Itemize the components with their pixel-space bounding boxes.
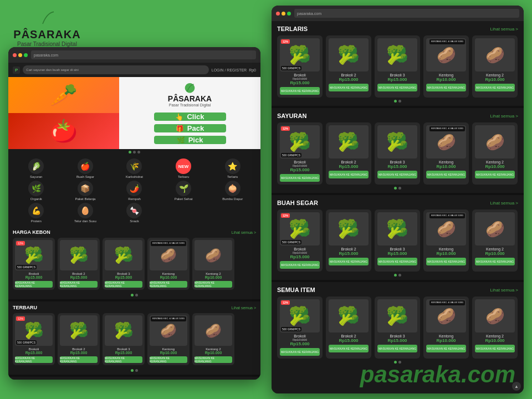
carousel-dot-1[interactable]: [129, 151, 131, 154]
cat-organik[interactable]: 🌿 Organik: [13, 181, 60, 201]
buah-cdot-1[interactable]: [394, 274, 397, 277]
right-url-bar[interactable]: pasaraka.com: [294, 9, 519, 18]
right-terlaris-lihat[interactable]: Lihat semua >: [490, 27, 518, 32]
cat-snack[interactable]: 🍬 Snack: [111, 203, 158, 223]
close-dot[interactable]: [13, 53, 17, 57]
terbaru-cart-4[interactable]: MASUKKAN KE KERANJANG: [150, 356, 187, 363]
sayuran-img1: 🥦 12% 500 GRM/PCS: [280, 125, 320, 158]
add-to-cart-3[interactable]: MASUKKAN KE KERANJANG: [105, 281, 142, 288]
harga-kebon-lihat[interactable]: Lihat semua >: [232, 231, 256, 234]
click-button[interactable]: 👆 Click: [154, 112, 226, 121]
top-logo: PÂSARAKA Pasar Tradisional Digital: [11, 8, 83, 47]
buah-cart-5[interactable]: MASUKKAN KE KERANJANG: [475, 258, 515, 265]
terbaru-dots: [13, 367, 256, 374]
terbaru-dot-2[interactable]: [135, 369, 138, 372]
cat-sayuran-icon: 🥬: [28, 158, 44, 174]
cat-karbo-label: Karbohidrat: [126, 175, 143, 178]
terbaru-lihat[interactable]: Lihat semua >: [232, 306, 256, 310]
semua-name-1: Brokoli: [280, 334, 320, 338]
right-minimize-dot[interactable]: [282, 12, 285, 16]
product-card-brokoli2: 🥦 Brokoli 2 Rp15.000 MASUKKAN KE KERANJA…: [58, 238, 100, 290]
sayuran-img5: 🥔: [475, 125, 515, 158]
cat-paket[interactable]: 📦 Paket Belanja: [62, 181, 109, 201]
maximize-dot[interactable]: [24, 53, 28, 57]
buah-cdot-2[interactable]: [398, 274, 401, 277]
semua-img5: 🥔: [475, 299, 515, 332]
cat-sayuran[interactable]: 🥬 Sayuran: [13, 158, 60, 178]
right-buah-lihat[interactable]: Lihat semua >: [490, 201, 518, 206]
buah-cart-1[interactable]: MASUKKAN KE KERANJANG: [280, 261, 320, 269]
cat-protein-icon: 💪: [28, 203, 44, 218]
terlaris-left-section: TERLARIS Lihat semua > 🥦 12% 500 GRM/PCS…: [8, 377, 260, 380]
rt-cart-3[interactable]: MASUKKAN KE KERANJANG: [377, 84, 417, 91]
add-to-cart-5[interactable]: MASUKKAN KE KERANJANG: [195, 281, 232, 288]
terbaru-cart-5[interactable]: MASUKKAN KE KERANJANG: [195, 356, 232, 363]
product-card-brokoli3: 🥦 Brokoli 3 Rp15.000 MASUKKAN KE KERANJA…: [103, 238, 145, 290]
sayuran-p4: 🥔 KENTANG KEC. & VALUE 500G Kentong Rp10…: [423, 122, 469, 185]
cat-terlaris[interactable]: ⭐ Terlaris: [209, 158, 256, 178]
sayuran-cdot-2[interactable]: [398, 187, 401, 190]
rt-cart-2[interactable]: MASUKKAN KE KERANJANG: [329, 84, 369, 91]
dot-2[interactable]: [135, 294, 138, 296]
sayuran-cart-1[interactable]: MASUKKAN KE KERANJANG: [280, 174, 320, 182]
add-to-cart-2[interactable]: MASUKKAN KE KERANJANG: [60, 281, 98, 288]
rt-price-3: Rp15.000: [377, 77, 417, 82]
right-sayuran-lihat[interactable]: Lihat semua >: [490, 114, 518, 119]
right-close-dot[interactable]: [276, 12, 280, 16]
cat-telur[interactable]: 🥚 Telur dan Susu: [62, 203, 109, 223]
cat-terbaru[interactable]: NEW Terbaru: [160, 158, 207, 178]
cat-bumbu[interactable]: 🧅 Bumbu Dapur: [209, 181, 256, 201]
dot-1[interactable]: [131, 294, 134, 296]
cat-protein[interactable]: 💪 Protein: [13, 203, 60, 223]
sayuran-cart-5[interactable]: MASUKKAN KE KERANJANG: [475, 171, 515, 178]
terlaris-cdot-1[interactable]: [394, 100, 397, 103]
carousel-dot-3[interactable]: [137, 151, 140, 154]
add-to-cart-1[interactable]: MASUKKAN KE KERANJANG: [15, 281, 53, 288]
add-to-cart-4[interactable]: MASUKKAN KE KERANJANG: [150, 281, 187, 288]
buah-cart-2[interactable]: MASUKKAN KE KERANJANG: [329, 258, 369, 265]
semua-cart-3[interactable]: MASUKKAN KE KERANJANG: [377, 345, 417, 352]
cat-karbo[interactable]: 🌾 Karbohidrat: [111, 158, 158, 178]
semua-cart-5[interactable]: MASUKKAN KE KERANJANG: [475, 345, 515, 352]
terbaru-img-1: 🥦 12% 500 GRM/PCS: [15, 315, 53, 346]
logo-subtitle: Pasar Tradisional Digital: [17, 41, 77, 47]
terbaru-cart-1[interactable]: MASUKKAN KE KERANJANG: [15, 356, 53, 363]
buah-weight-1: 500 GRM/PCS: [281, 240, 301, 244]
terbaru-dot-1[interactable]: [131, 369, 134, 372]
semua-name-5: Kentong 2: [475, 334, 515, 338]
rt-price-5: Rp10.000: [475, 77, 515, 82]
pick-button[interactable]: 🌿 Pick: [154, 136, 226, 144]
sayuran-p3: 🥦 Brokoli 3 Rp15.000 MASUKKAN KE KERANJA…: [375, 122, 420, 185]
cat-buah[interactable]: 🍎 Buah Segar: [62, 158, 109, 178]
terbaru-cart-3[interactable]: MASUKKAN KE KERANJANG: [105, 356, 142, 363]
buah-cart-3[interactable]: MASUKKAN KE KERANJANG: [377, 258, 417, 265]
buah-cart-4[interactable]: MASUKKAN KE KERANJANG: [426, 258, 466, 265]
rt-cart-4[interactable]: MASUKKAN KE KERANJANG: [426, 84, 466, 91]
url-bar[interactable]: pasaraka.com: [31, 50, 256, 59]
semua-cart-1[interactable]: MASUKKAN KE KERANJANG: [280, 348, 320, 356]
terlaris-cdot-2[interactable]: [398, 100, 401, 103]
sayuran-cart-4[interactable]: MASUKKAN KE KERANJANG: [426, 171, 466, 178]
terbaru-cart-2[interactable]: MASUKKAN KE KERANJANG: [60, 356, 98, 363]
click-label: Click: [187, 112, 204, 121]
search-bar[interactable]: Cari sayuran dan buah segar di sini: [23, 65, 208, 74]
right-semua-lihat[interactable]: Lihat semua >: [490, 288, 518, 293]
cat-bumbu-label: Bumbu Dapur: [222, 197, 243, 201]
sayuran-cart-2[interactable]: MASUKKAN KE KERANJANG: [329, 171, 369, 178]
right-maximize-dot[interactable]: [287, 12, 291, 16]
minimize-dot[interactable]: [18, 53, 22, 57]
rt-cart-5[interactable]: MASUKKAN KE KERANJANG: [475, 84, 515, 91]
rt-cart-1[interactable]: MASUKKAN KE KERANJANG: [280, 87, 320, 95]
sayuran-cdot-1[interactable]: [394, 187, 397, 190]
semua-p5: 🥔 Kentong 2 Rp10.000 MASUKKAN KE KERANJA…: [472, 296, 518, 359]
semua-cart-4[interactable]: MASUKKAN KE KERANJANG: [426, 345, 466, 352]
cat-protein-label: Protein: [31, 219, 42, 223]
sayuran-cart-3[interactable]: MASUKKAN KE KERANJANG: [377, 171, 417, 178]
pack-button[interactable]: 🎁 Pack: [154, 124, 226, 132]
semua-cart-2[interactable]: MASUKKAN KE KERANJANG: [329, 345, 369, 352]
carousel-dot-2[interactable]: [133, 151, 136, 154]
cat-paket-sehat[interactable]: 🌱 Paket Sehat: [160, 181, 207, 201]
cart-price[interactable]: Rp0: [249, 68, 256, 72]
cat-rempah[interactable]: 🌶️ Rempah: [111, 181, 158, 201]
login-link[interactable]: LOGIN / REGISTER: [212, 68, 247, 72]
